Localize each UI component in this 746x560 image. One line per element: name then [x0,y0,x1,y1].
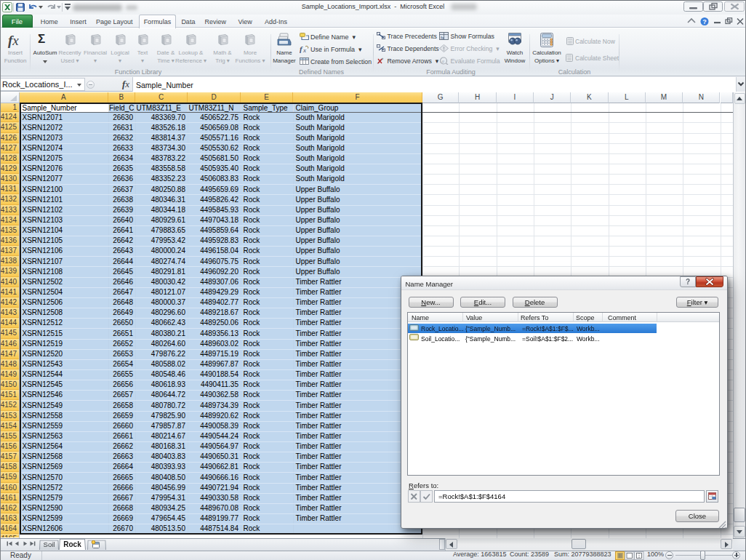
svg-text:?: ? [702,18,707,25]
svg-text:fx: fx [441,36,444,40]
svg-text:x: x [302,47,306,53]
svg-text:a: a [441,58,444,64]
